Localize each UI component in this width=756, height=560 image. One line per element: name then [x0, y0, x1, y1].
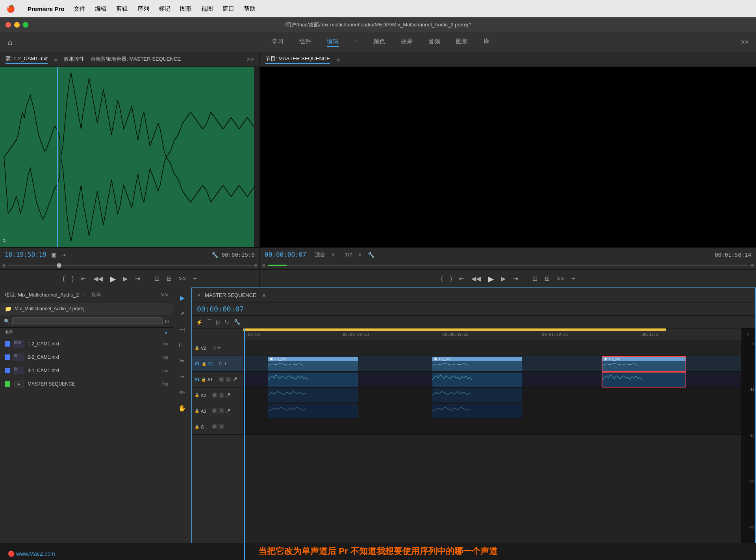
source-timecode[interactable]: 18:19:50:19	[5, 251, 46, 258]
timeline-timecode[interactable]: 00:00:00:07	[197, 305, 244, 313]
program-add[interactable]: +	[571, 275, 575, 282]
g-lock-icon[interactable]: 🔒	[195, 425, 199, 429]
tool-ripple-edit[interactable]: ↔|	[176, 323, 189, 336]
nav-effects[interactable]: 效果	[401, 38, 413, 47]
menu-help[interactable]: 帮助	[244, 5, 256, 13]
program-wrench-icon[interactable]: 🔧	[368, 252, 374, 258]
source-mark-in[interactable]: {	[63, 275, 65, 282]
g-m-btn[interactable]: M	[212, 424, 217, 429]
panel-more-icon[interactable]: >>	[246, 56, 254, 63]
nav-audio[interactable]: 音频	[428, 38, 440, 47]
scrubber-thumb[interactable]	[57, 263, 61, 268]
menu-graphic[interactable]: 图形	[180, 5, 192, 13]
program-more[interactable]: >>	[557, 275, 564, 282]
tool-pen[interactable]: ✏	[176, 386, 189, 399]
source-overwrite[interactable]: ⊞	[167, 275, 172, 282]
source-goto-out[interactable]: ⇥	[135, 275, 140, 282]
col-sort-arrow[interactable]: ▲	[164, 330, 168, 334]
tl-shield-icon[interactable]: ⛉	[224, 319, 230, 325]
a3-clip-2[interactable]	[432, 404, 522, 418]
a1-clip-1[interactable]	[268, 373, 358, 387]
nav-library[interactable]: 库	[484, 38, 489, 47]
program-scrubber-track[interactable]	[268, 265, 748, 266]
tl-wrench-icon[interactable]: 🔧	[234, 319, 241, 325]
a2-mic-icon[interactable]: 🎤	[226, 393, 230, 397]
source-more[interactable]: >>	[179, 275, 186, 282]
menu-sequence[interactable]: 序列	[137, 5, 149, 13]
v1-clip-3-selected[interactable]: ▣ 1-2_CA	[602, 356, 686, 372]
program-extract[interactable]: ⊞	[545, 275, 550, 282]
a1-clip-3-selected[interactable]	[602, 372, 686, 388]
search-filter-icon[interactable]: ⊡	[165, 319, 169, 324]
v2-eye-icon[interactable]: 👁	[217, 346, 221, 350]
source-play[interactable]: ▶	[110, 274, 116, 284]
program-fit-label[interactable]: 适合	[315, 251, 325, 258]
a3-s-btn[interactable]: S	[219, 408, 224, 414]
nav-edit[interactable]: 编辑	[327, 38, 339, 47]
project-more-icon[interactable]: >>	[161, 291, 168, 299]
ratio-dropdown-icon[interactable]: ▾	[358, 251, 361, 258]
v1-sync-icon[interactable]: ⊡	[219, 362, 222, 366]
a1-m-btn[interactable]: M	[219, 377, 224, 382]
menu-edit[interactable]: 编辑	[95, 5, 107, 13]
source-tab[interactable]: 源: 1-2_CAM1.mxf	[6, 55, 48, 64]
menu-marker[interactable]: 标记	[159, 5, 170, 13]
tl-magnet-icon[interactable]: ⚡	[196, 319, 203, 325]
media-item-3[interactable]: 4-1_CAM1.mxf fps	[0, 364, 173, 377]
menu-clip[interactable]: 剪辑	[116, 5, 128, 13]
tl-captions-icon[interactable]: ▷	[216, 319, 220, 325]
source-step-back[interactable]: ◀◀	[93, 275, 103, 282]
source-step-fwd[interactable]: ▶	[123, 275, 128, 282]
a3-mic-icon[interactable]: 🎤	[226, 409, 230, 413]
a3-lock-icon[interactable]: 🔒	[195, 409, 199, 413]
program-timecode[interactable]: 00:00:00:07	[265, 251, 306, 258]
program-ratio-label[interactable]: 1/2	[345, 252, 352, 258]
nav-learn[interactable]: 学习	[272, 38, 284, 47]
tool-rolling-edit[interactable]: |↔|	[176, 339, 189, 351]
v1-clip-2[interactable]: ▣ 1-2_CA	[432, 357, 522, 371]
home-icon[interactable]: ⌂	[8, 38, 13, 47]
a2-lock-icon[interactable]: 🔒	[195, 393, 199, 397]
source-scrubber-track[interactable]	[8, 265, 252, 266]
a2-s-btn[interactable]: S	[219, 393, 224, 398]
tool-select[interactable]: ▶	[176, 291, 189, 304]
program-play[interactable]: ▶	[488, 274, 494, 284]
maximize-button[interactable]	[23, 22, 28, 28]
source-icon-expand[interactable]: ⇥	[61, 252, 66, 258]
program-goto-out[interactable]: ⇥	[513, 275, 518, 282]
program-tab[interactable]: 节目: MASTER SEQUENCE	[265, 55, 330, 64]
v2-lock-icon[interactable]: 🔒	[195, 346, 199, 350]
program-goto-in[interactable]: ⇤	[459, 275, 464, 282]
timeline-menu-icon[interactable]: ≡	[263, 293, 265, 298]
source-add[interactable]: +	[193, 275, 197, 282]
source-mark-out[interactable]: }	[72, 275, 74, 282]
search-input[interactable]	[12, 317, 163, 325]
v1-clip-1[interactable]: ▣ 1-2_CA	[268, 357, 358, 371]
media-item-4[interactable]: ▶ MASTER SEQUENCE fps	[0, 377, 173, 391]
g-s-btn[interactable]: S	[219, 424, 224, 429]
a2-m-btn[interactable]: M	[212, 393, 217, 398]
source-goto-in[interactable]: ⇤	[81, 275, 86, 282]
menu-view[interactable]: 视图	[201, 5, 213, 13]
fit-dropdown-icon[interactable]: ▾	[332, 251, 335, 258]
media-item-1[interactable]: 1-2_CAM1.mxf fps	[0, 337, 173, 350]
effects-control-tab[interactable]: 效果控件	[64, 56, 84, 63]
media-tab[interactable]: 媒体	[91, 291, 101, 298]
tl-link-icon[interactable]: ⌒	[207, 319, 212, 326]
program-mark-out[interactable]: }	[450, 275, 452, 282]
tool-hand[interactable]: ✋	[176, 402, 189, 414]
nav-graphic[interactable]: 图形	[456, 38, 468, 47]
audio-mixer-tab[interactable]: 音频剪辑混合器: MASTER SEQUENCE	[91, 56, 181, 63]
a1-lock-icon[interactable]: 🔒	[201, 377, 206, 382]
track-v1-row[interactable]: ▣ 1-2_CA ▣	[243, 356, 741, 372]
program-step-back[interactable]: ◀◀	[471, 275, 481, 282]
tool-slip[interactable]: ⇔	[176, 370, 189, 383]
timeline-close-icon[interactable]: ✕	[197, 293, 201, 298]
a2-clip-1[interactable]	[268, 388, 358, 402]
program-mark-in[interactable]: {	[441, 275, 443, 282]
nav-color[interactable]: 颜色	[373, 38, 385, 47]
close-button[interactable]	[6, 22, 11, 28]
program-lift[interactable]: ⊡	[532, 275, 537, 282]
a3-clip-1[interactable]	[268, 404, 358, 418]
tool-razor[interactable]: ✂	[176, 354, 189, 367]
